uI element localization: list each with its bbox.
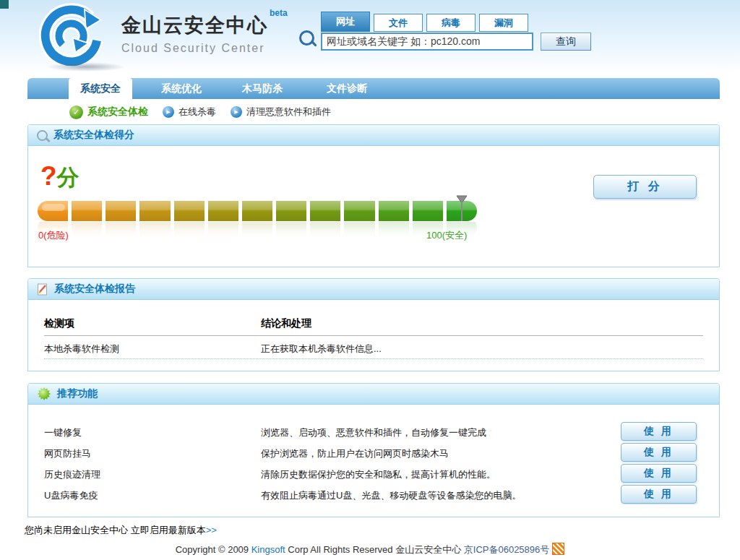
score-bar-segment xyxy=(72,201,102,221)
subnav-label: 在线杀毒 xyxy=(178,105,216,119)
recommend-panel-header: 推荐功能 xyxy=(28,384,719,405)
score-bar-segment xyxy=(276,201,306,221)
play-icon xyxy=(163,106,174,118)
score-marker-icon xyxy=(456,195,468,223)
feature-description: 保护浏览器，防止用户在访问网页时感染木马 xyxy=(261,447,449,460)
page: 金山云安全中心beta Cloud Security Center 网址 文件 … xyxy=(0,0,740,560)
score-bar-segment xyxy=(38,201,68,221)
app-logo xyxy=(39,3,104,68)
search-tab[interactable]: 网址 xyxy=(321,12,370,32)
recommend-row: 一键修复 浏览器、启动项、恶意软件和插件，自动修复一键完成 使 用 xyxy=(44,421,703,442)
score-bar-segment xyxy=(106,201,136,221)
enable-link-arrows[interactable]: >> xyxy=(206,525,217,535)
use-button[interactable]: 使 用 xyxy=(621,464,697,483)
nav-tab[interactable]: 系统优化 xyxy=(145,78,218,99)
subnav-label: 清理恶意软件和插件 xyxy=(246,105,331,119)
starburst-icon xyxy=(37,387,51,401)
feature-description: 浏览器、启动项、恶意软件和插件，自动修复一键完成 xyxy=(261,426,486,439)
icp-badge-icon xyxy=(552,543,564,555)
sub-nav: 系统安全体检 在线杀毒 清理恶意软件和插件 xyxy=(69,103,345,121)
recommend-row: U盘病毒免疫 有效阻止病毒通过U盘、光盘、移动硬盘等设备感染您的电脑。 使 用 xyxy=(44,484,703,505)
check-icon xyxy=(69,105,83,119)
corner-decoration xyxy=(0,0,9,9)
query-button[interactable]: 查询 xyxy=(541,33,591,51)
subnav-item[interactable]: 系统安全体检 xyxy=(69,105,148,119)
subnav-item[interactable]: 清理恶意软件和插件 xyxy=(231,105,331,119)
magnifier-icon xyxy=(37,130,48,141)
nav-tab[interactable]: 文件诊断 xyxy=(311,78,383,99)
app-title-block: 金山云安全中心beta Cloud Security Center xyxy=(121,12,288,55)
report-item-result: 正在获取本机杀毒软件信息... xyxy=(261,343,382,356)
search-tab[interactable]: 漏洞 xyxy=(479,14,528,32)
score-bar-segment xyxy=(310,201,340,221)
kingsoft-link[interactable]: Kingsoft xyxy=(251,544,285,555)
score-panel-title: 系统安全体检得分 xyxy=(53,129,134,142)
search-tabs: 网址 文件 病毒 漏洞 xyxy=(321,12,532,32)
subnav-item[interactable]: 在线杀毒 xyxy=(163,105,216,119)
score-bar-segment xyxy=(174,201,205,221)
search-icon xyxy=(299,30,314,46)
logo-shadow xyxy=(46,62,126,72)
score-unit: 分 xyxy=(57,165,79,190)
enable-link[interactable]: 立即启用最新版本 xyxy=(131,525,206,535)
feature-description: 清除历史数据保护您的安全和隐私，提高计算机的性能。 xyxy=(261,468,496,481)
pencil-report-icon xyxy=(37,283,48,296)
report-row: 本地杀毒软件检测 正在获取本机杀毒软件信息... xyxy=(44,336,703,359)
recommend-rows: 一键修复 浏览器、启动项、恶意软件和插件，自动修复一键完成 使 用 网页防挂马 … xyxy=(44,421,703,505)
score-bar-segment xyxy=(139,201,170,221)
recommend-row: 网页防挂马 保护浏览器，防止用户在访问网页时感染木马 使 用 xyxy=(44,442,703,463)
score-bar-segment xyxy=(344,201,374,221)
feature-description: 有效阻止病毒通过U盘、光盘、移动硬盘等设备感染您的电脑。 xyxy=(261,489,521,502)
report-col-result: 结论和处理 xyxy=(261,317,311,330)
score-panel: 系统安全体检得分 ?分 0(危险) 100(安全) 打 分 xyxy=(27,124,720,267)
main-nav: 系统安全 系统优化 木马防杀 文件诊断 xyxy=(27,78,720,99)
feature-name: 一键修复 xyxy=(44,426,82,439)
feature-name: 历史痕迹清理 xyxy=(44,468,100,481)
play-icon xyxy=(231,106,242,118)
feature-name: U盘病毒免疫 xyxy=(44,489,98,502)
feature-name: 网页防挂马 xyxy=(44,447,91,460)
banner: 金山云安全中心beta Cloud Security Center 网址 文件 … xyxy=(0,0,740,72)
report-item-name: 本地杀毒软件检测 xyxy=(44,343,119,356)
score-bar-segment xyxy=(413,201,443,221)
beta-badge: beta xyxy=(270,8,288,18)
search-input[interactable] xyxy=(321,33,533,51)
score-min-label: 0(危险) xyxy=(38,229,69,242)
use-button[interactable]: 使 用 xyxy=(621,422,697,441)
score-bar-segment xyxy=(379,201,409,221)
score-value-line: ?分 xyxy=(40,161,79,193)
report-col-item: 检测项 xyxy=(44,317,74,330)
copyright-prefix: Copyright © 2009 xyxy=(176,544,251,555)
copyright-line: Copyright © 2009 Kingsoft Corp All Right… xyxy=(0,543,740,556)
score-bar-segment xyxy=(242,201,272,221)
icp-number: 京ICP备06025896号 xyxy=(464,544,550,555)
search-tab[interactable]: 病毒 xyxy=(426,14,476,32)
score-max-label: 100(安全) xyxy=(426,229,467,242)
score-value: ? xyxy=(40,161,57,191)
app-title: 金山云安全中心 xyxy=(121,14,268,36)
recommend-panel: 推荐功能 一键修复 浏览器、启动项、恶意软件和插件，自动修复一键完成 使 用 网… xyxy=(27,383,720,517)
nav-tab[interactable]: 木马防杀 xyxy=(226,78,298,99)
notice-text: 您尚未启用金山安全中心 xyxy=(25,525,128,535)
rate-button[interactable]: 打 分 xyxy=(593,175,697,199)
recommend-row: 历史痕迹清理 清除历史数据保护您的安全和隐私，提高计算机的性能。 使 用 xyxy=(44,463,703,484)
report-panel-header: 系统安全体检报告 xyxy=(28,279,719,300)
enable-notice: 您尚未启用金山安全中心 立即启用最新版本>> xyxy=(25,524,217,537)
search-zone: 网址 文件 病毒 漏洞 查询 xyxy=(295,9,728,59)
nav-tab[interactable]: 系统安全 xyxy=(69,78,132,99)
use-button[interactable]: 使 用 xyxy=(621,485,697,504)
report-panel: 系统安全体检报告 检测项 结论和处理 本地杀毒软件检测 正在获取本机杀毒软件信息… xyxy=(27,278,720,371)
cloud-arrows-logo-icon xyxy=(39,3,104,68)
app-subtitle: Cloud Security Center xyxy=(121,42,288,55)
score-bar xyxy=(38,201,477,221)
score-bar-segment xyxy=(208,201,238,221)
report-rows: 本地杀毒软件检测 正在获取本机杀毒软件信息... xyxy=(44,336,703,359)
score-bar-fade xyxy=(38,222,477,239)
recommend-panel-title: 推荐功能 xyxy=(57,387,98,400)
use-button[interactable]: 使 用 xyxy=(621,443,697,462)
report-panel-title: 系统安全体检报告 xyxy=(54,283,135,296)
score-panel-header: 系统安全体检得分 xyxy=(28,125,719,146)
subnav-label: 系统安全体检 xyxy=(87,105,148,119)
search-tab[interactable]: 文件 xyxy=(374,14,423,32)
copyright-mid: Corp All Rights Reserved 金山云安全中心 xyxy=(285,544,464,555)
